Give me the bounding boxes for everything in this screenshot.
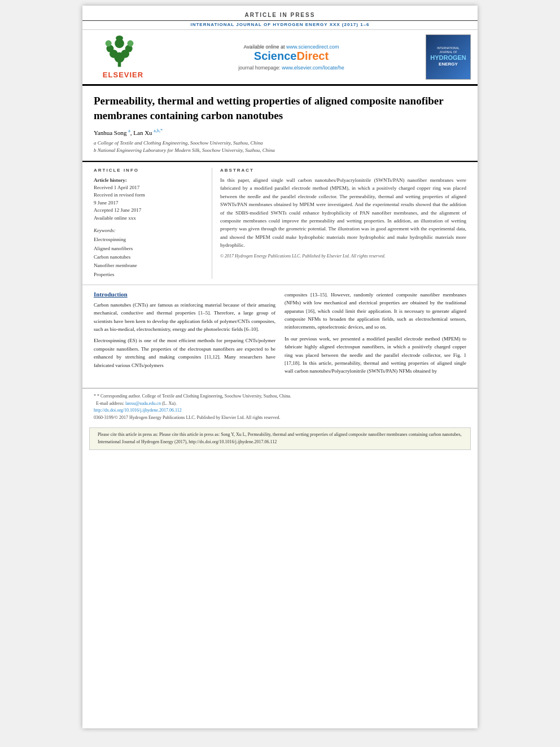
keyword-2: Aligned nanofibers — [94, 244, 204, 253]
accepted: Accepted 12 June 2017 — [94, 207, 204, 215]
article-title: Permeability, thermal and wetting proper… — [94, 94, 466, 123]
doi-link[interactable]: http://dx.doi.org/10.1016/j.ijhydene.201… — [94, 408, 182, 413]
article-in-press-label: ARTICLE IN PRESS — [245, 12, 316, 18]
journal-header: ELSEVIER Available online at www.science… — [82, 30, 478, 86]
email-name: (L. Xu). — [162, 401, 177, 406]
right-para1: composites [13–15]. However, randomly or… — [285, 291, 466, 331]
journal-center: Available online at www.sciencedirect.co… — [157, 44, 426, 71]
footnote-section: * * Corresponding author. College of Tex… — [82, 388, 478, 424]
right-para2: In our previous work, we presented a mod… — [285, 335, 466, 375]
authors: Yanhua Song a, Lan Xu a,b,* — [94, 128, 466, 136]
abstract-copyright: © 2017 Hydrogen Energy Publications LLC.… — [220, 254, 466, 259]
article-page: ARTICLE IN PRESS INTERNATIONAL JOURNAL O… — [82, 6, 478, 728]
journal-homepage: journal homepage: www.elsevier.com/locat… — [157, 65, 426, 71]
sciencedirect-url[interactable]: www.sciencedirect.com — [286, 44, 339, 50]
elsevier-tree-icon — [100, 36, 146, 69]
introduction-heading: Introduction — [94, 291, 275, 298]
affiliation-a: a College of Textile and Clothing Engine… — [94, 139, 466, 147]
cover-text: INTERNATIONAL JOURNAL OF HYDROGEN ENERGY — [430, 46, 466, 68]
copyright-footer: 0360-3199/© 2017 Hydrogen Energy Publica… — [94, 414, 466, 422]
affiliation-b: b National Engineering Laboratory for Mo… — [94, 147, 466, 155]
body-left-col: Introduction Carbon nanotubes (CNTs) are… — [94, 291, 275, 379]
available-online-text: Available online at www.sciencedirect.co… — [157, 44, 426, 50]
abstract-heading: ABSTRACT — [220, 168, 466, 173]
received-revised: Received in revised form — [94, 191, 204, 199]
article-info-col: ARTICLE INFO Article history: Received 1… — [94, 168, 212, 279]
author-yanhua: Yanhua Song a — [94, 129, 130, 136]
homepage-url[interactable]: www.elsevier.com/locate/he — [282, 65, 344, 71]
body-right-col: composites [13–15]. However, randomly or… — [285, 291, 466, 379]
svg-point-9 — [116, 36, 123, 41]
keyword-3: Carbon nanotubes — [94, 253, 204, 261]
doi-line: http://dx.doi.org/10.1016/j.ijhydene.201… — [94, 407, 466, 414]
keyword-4: Nanofiber membrane — [94, 261, 204, 270]
email-link[interactable]: lanxu@suda.edu.cn — [125, 401, 161, 406]
two-column-section: ARTICLE INFO Article history: Received 1… — [82, 162, 478, 285]
article-info-heading: ARTICLE INFO — [94, 168, 204, 173]
please-cite-label: Please cite this article in press as: — [98, 432, 159, 437]
article-in-press-banner: ARTICLE IN PRESS — [82, 6, 478, 21]
email-line: E-mail address: lanxu@suda.edu.cn (L. Xu… — [94, 400, 466, 408]
received-1: Received 1 April 2017 — [94, 184, 204, 192]
keywords-label: Keywords: — [94, 228, 204, 233]
keyword-5: Properties — [94, 270, 204, 279]
elsevier-name: ELSEVIER — [103, 71, 143, 79]
email-label: E-mail address: — [96, 401, 124, 406]
elsevier-logo: ELSEVIER — [89, 36, 157, 79]
hydrogen-energy-cover: INTERNATIONAL JOURNAL OF HYDROGEN ENERGY — [426, 34, 471, 80]
abstract-col: ABSTRACT In this paper, aligned single w… — [212, 168, 466, 279]
keyword-1: Electrospinning — [94, 235, 204, 244]
abstract-text: In this paper, aligned single wall carbo… — [220, 176, 466, 250]
sciencedirect-sci: Science — [254, 50, 297, 62]
history-label: Article history: — [94, 177, 204, 183]
svg-point-8 — [127, 40, 133, 46]
affiliations: a College of Textile and Clothing Engine… — [94, 139, 466, 155]
journal-title-text: INTERNATIONAL JOURNAL OF HYDROGEN ENERGY… — [190, 22, 369, 27]
intro-para1: Carbon nanotubes (CNTs) are famous as re… — [94, 301, 275, 334]
article-title-section: Permeability, thermal and wetting proper… — [82, 86, 478, 161]
sciencedirect-logo: ScienceDirect — [157, 50, 426, 63]
sciencedirect-direct: Direct — [296, 50, 329, 62]
journal-title-bar: INTERNATIONAL JOURNAL OF HYDROGEN ENERGY… — [82, 21, 478, 30]
body-section: Introduction Carbon nanotubes (CNTs) are… — [82, 285, 478, 385]
corresponding-author: * * Corresponding author. College of Tex… — [94, 393, 466, 400]
intro-para2: Electrospinning (ES) is one of the most … — [94, 337, 275, 369]
svg-point-7 — [106, 40, 112, 46]
corresponding-text: * Corresponding author. College of Texti… — [97, 394, 291, 399]
available-online: Available online xxx — [94, 215, 204, 222]
citation-text: Please cite this article in press as: Pl… — [98, 431, 462, 446]
citation-box: Please cite this article in press as: Pl… — [89, 427, 471, 450]
author-lan: Lan Xu a,b,* — [133, 129, 163, 136]
received-revised-date: 9 June 2017 — [94, 199, 204, 207]
